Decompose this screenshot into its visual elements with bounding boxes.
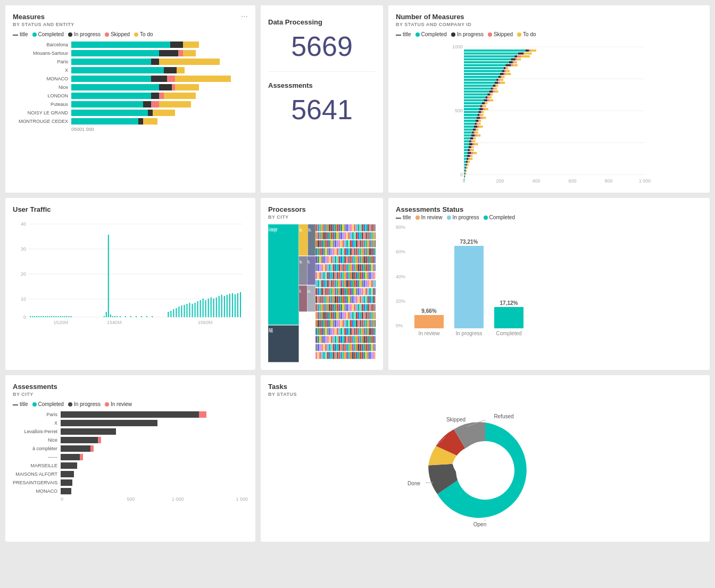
svg-rect-404 — [362, 248, 363, 255]
svg-rect-303 — [358, 224, 359, 231]
svg-rect-434 — [356, 256, 358, 263]
svg-rect-257 — [229, 294, 230, 317]
svg-rect-715 — [325, 328, 327, 335]
svg-rect-526 — [342, 280, 344, 287]
svg-rect-768 — [363, 336, 365, 343]
svg-rect-255 — [224, 296, 225, 317]
assess-bar-row: à compléter — [13, 445, 248, 452]
svg-rect-31 — [513, 64, 518, 67]
svg-rect-173 — [465, 170, 465, 172]
svg-rect-393 — [340, 248, 342, 255]
svg-rect-720 — [335, 328, 336, 335]
svg-rect-212 — [55, 316, 56, 317]
assess-bar-row: X — [13, 420, 248, 426]
svg-text:10: 10 — [21, 296, 26, 302]
svg-rect-146 — [470, 149, 471, 151]
svg-rect-706 — [371, 320, 373, 327]
svg-rect-542 — [373, 280, 375, 287]
measures-chart: Barcelona Mouans-Sartoux Paris — [13, 42, 248, 125]
svg-rect-509 — [373, 272, 375, 279]
svg-rect-147 — [471, 149, 474, 151]
svg-rect-682 — [325, 320, 327, 327]
svg-rect-254 — [221, 295, 222, 317]
svg-rect-605 — [367, 296, 369, 303]
svg-rect-747 — [323, 336, 325, 343]
svg-rect-474 — [369, 264, 371, 271]
svg-rect-626 — [344, 304, 346, 311]
bar-row: X — [13, 67, 248, 73]
svg-rect-756 — [340, 336, 342, 343]
svg-rect-130 — [473, 137, 474, 139]
svg-rect-693 — [346, 320, 348, 327]
svg-rect-368 — [356, 240, 358, 247]
svg-rect-503 — [362, 272, 363, 279]
svg-rect-669 — [363, 312, 365, 319]
svg-rect-468 — [358, 264, 359, 271]
svg-rect-506 — [367, 272, 369, 279]
svg-rect-166 — [467, 164, 467, 166]
svg-rect-654 — [335, 312, 336, 319]
svg-rect-216 — [64, 316, 65, 317]
svg-rect-802 — [365, 344, 367, 351]
svg-rect-447 — [318, 264, 319, 271]
svg-rect-587 — [332, 296, 334, 303]
svg-rect-265 — [268, 224, 299, 325]
measures-menu[interactable]: ··· — [241, 12, 248, 21]
svg-rect-677 — [315, 320, 317, 327]
svg-rect-815 — [327, 352, 329, 359]
svg-rect-83 — [486, 102, 487, 104]
svg-rect-560 — [344, 288, 346, 295]
svg-rect-703 — [365, 320, 367, 327]
svg-rect-813 — [323, 352, 325, 359]
svg-rect-505 — [365, 272, 367, 279]
svg-rect-822 — [340, 352, 342, 359]
svg-rect-707 — [373, 320, 375, 327]
svg-rect-414 — [318, 256, 319, 263]
svg-rect-340 — [365, 232, 367, 239]
svg-rect-110 — [477, 123, 478, 125]
svg-rect-176 — [464, 172, 465, 175]
svg-rect-261 — [240, 292, 241, 317]
svg-rect-463 — [348, 264, 350, 271]
svg-rect-287 — [327, 224, 329, 231]
svg-rect-142 — [471, 146, 472, 148]
svg-rect-471 — [363, 264, 365, 271]
svg-rect-781 — [325, 344, 327, 351]
svg-rect-298 — [348, 224, 350, 231]
svg-rect-315 — [318, 232, 319, 239]
svg-rect-378 — [375, 240, 376, 247]
svg-rect-806 — [373, 344, 375, 351]
svg-rect-114 — [478, 126, 479, 128]
svg-rect-380 — [315, 248, 317, 255]
svg-rect-524 — [338, 280, 340, 287]
svg-rect-705 — [369, 320, 371, 327]
svg-rect-285 — [323, 224, 325, 231]
svg-rect-353 — [327, 240, 329, 247]
svg-rect-632 — [356, 304, 358, 311]
svg-rect-689 — [338, 320, 340, 327]
svg-rect-405 — [363, 248, 365, 255]
svg-rect-138 — [472, 143, 474, 145]
svg-rect-229 — [130, 316, 131, 317]
data-processing-title: Data Processing — [268, 18, 376, 26]
traffic-svg: 40 30 20 10 0 — [13, 219, 248, 325]
svg-rect-599 — [356, 296, 358, 303]
svg-rect-170 — [466, 167, 467, 169]
svg-rect-168 — [464, 167, 465, 169]
svg-rect-453 — [329, 264, 330, 271]
assess-bar-label: MARSEILLE — [13, 463, 61, 468]
svg-rect-96 — [464, 114, 478, 116]
number-of-measures-subtitle: BY STATUS AND COMPANY ID — [396, 22, 702, 27]
svg-rect-581 — [321, 296, 323, 303]
svg-rect-764 — [356, 336, 358, 343]
svg-rect-19 — [521, 55, 530, 57]
svg-rect-159 — [470, 158, 472, 160]
svg-rect-248 — [205, 300, 206, 317]
number-of-measures-card: Number of Measures BY STATUS AND COMPANY… — [388, 5, 710, 193]
svg-rect-210 — [51, 316, 52, 317]
svg-rect-797 — [356, 344, 358, 351]
svg-rect-44 — [464, 76, 498, 78]
measures-legend: title Completed In progress Skipped To d… — [13, 31, 248, 37]
svg-rect-558 — [340, 288, 342, 295]
svg-rect-640 — [371, 304, 373, 311]
